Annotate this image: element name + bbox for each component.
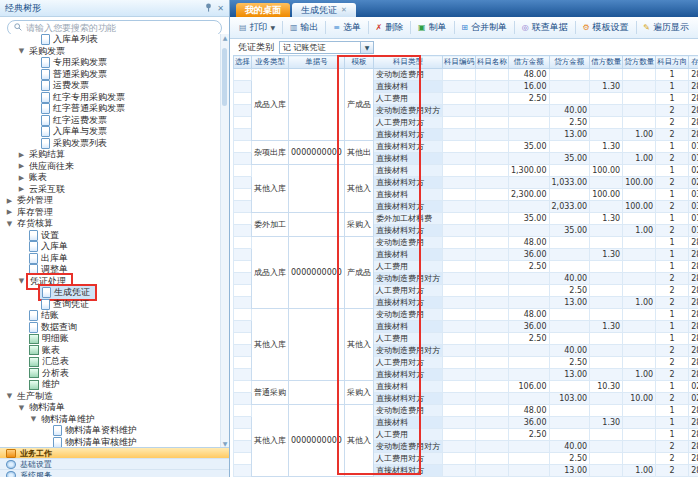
- sidebar-item-1[interactable]: ▼采购发票: [1, 46, 220, 58]
- row-select-cell[interactable]: [234, 261, 252, 273]
- row-select-cell[interactable]: [234, 333, 252, 345]
- tab-generate-voucher[interactable]: 生成凭证✕: [292, 3, 356, 17]
- scrollbar-thumb[interactable]: [222, 48, 227, 106]
- column-header-sel[interactable]: 选择: [234, 56, 252, 69]
- column-header-subject_code[interactable]: 科目编码: [442, 56, 475, 69]
- row-select-cell[interactable]: [234, 285, 252, 297]
- toolbar-button-5[interactable]: ⊞合并制单: [456, 20, 512, 35]
- switcher-item-2[interactable]: 系统服务: [0, 470, 229, 477]
- chevron-collapsed-icon[interactable]: ▶: [17, 151, 26, 159]
- row-select-cell[interactable]: [234, 93, 252, 105]
- sidebar-item-2[interactable]: 专用采购发票: [1, 57, 220, 69]
- chevron-expanded-icon[interactable]: ▼: [29, 415, 38, 423]
- report-icon: [29, 334, 39, 344]
- row-select-cell[interactable]: [234, 465, 252, 477]
- column-header-doc_no[interactable]: 单据号: [289, 56, 345, 69]
- row-select-cell[interactable]: [234, 165, 252, 177]
- row-select-cell[interactable]: [234, 213, 252, 225]
- column-header-credit_qty[interactable]: 贷方数量: [623, 56, 656, 69]
- switcher-item-1[interactable]: 基础设置: [0, 459, 229, 470]
- row-select-cell[interactable]: [234, 177, 252, 189]
- switcher-label: 基础设置: [20, 459, 52, 470]
- toolbar-button-4[interactable]: ▣制单: [413, 20, 452, 35]
- pin-icon[interactable]: [205, 3, 212, 14]
- tab-desktop[interactable]: 我的桌面: [236, 3, 290, 17]
- row-select-cell[interactable]: [234, 237, 252, 249]
- column-header-direction[interactable]: 科目方向: [656, 56, 689, 69]
- chevron-collapsed-icon[interactable]: ▶: [17, 162, 26, 170]
- row-select-cell[interactable]: [234, 429, 252, 441]
- sidebar-item-32[interactable]: ▼物料清单: [1, 402, 220, 414]
- column-header-debit_qty[interactable]: 借方数量: [590, 56, 623, 69]
- row-select-cell[interactable]: [234, 453, 252, 465]
- sidebar-scrollbar[interactable]: ▲ ▼: [220, 34, 229, 448]
- toolbar-button-3[interactable]: ✗删除: [371, 20, 409, 35]
- row-select-cell[interactable]: [234, 393, 252, 405]
- toolbar-button-7[interactable]: ⚙模板设置: [577, 20, 633, 35]
- row-select-cell[interactable]: [234, 405, 252, 417]
- row-select-cell[interactable]: [234, 129, 252, 141]
- debit-amount-cell: 36.00: [508, 321, 549, 333]
- inventory-code-cell: 287123: [689, 297, 698, 309]
- row-select-cell[interactable]: [234, 369, 252, 381]
- row-select-cell[interactable]: [234, 321, 252, 333]
- chevron-expanded-icon[interactable]: ▼: [17, 277, 26, 285]
- row-select-cell[interactable]: [234, 225, 252, 237]
- row-select-cell[interactable]: [234, 69, 252, 81]
- scroll-up-icon[interactable]: ▲: [221, 34, 229, 42]
- column-header-biz_type[interactable]: 业务类型: [252, 56, 289, 69]
- row-select-cell[interactable]: [234, 345, 252, 357]
- row-select-cell[interactable]: [234, 381, 252, 393]
- debit-qty-cell: 1.30: [590, 81, 623, 93]
- row-select-cell[interactable]: [234, 81, 252, 93]
- row-select-cell[interactable]: [234, 153, 252, 165]
- row-select-cell[interactable]: [234, 201, 252, 213]
- chevron-collapsed-icon[interactable]: ▶: [17, 185, 26, 193]
- chevron-collapsed-icon[interactable]: ▶: [17, 174, 26, 182]
- sidebar-item-6[interactable]: 红字普通采购发票: [1, 103, 220, 115]
- column-header-debit_amount[interactable]: 借方金额: [508, 56, 549, 69]
- chevron-expanded-icon[interactable]: ▼: [5, 392, 14, 400]
- sidebar-item-21[interactable]: ▼凭证处理: [1, 276, 220, 288]
- row-select-cell[interactable]: [234, 441, 252, 453]
- sidebar-item-8[interactable]: 入库单与发票: [1, 126, 220, 138]
- toolbar-button-6[interactable]: ◎联查单据: [517, 20, 573, 35]
- row-select-cell[interactable]: [234, 417, 252, 429]
- column-header-credit_amount[interactable]: 贷方金额: [549, 56, 590, 69]
- sidebar-item-7[interactable]: 红字运费发票: [1, 115, 220, 127]
- close-icon[interactable]: ✕: [217, 4, 224, 13]
- row-select-cell[interactable]: [234, 141, 252, 153]
- column-header-subject_name[interactable]: 科目名称: [475, 56, 508, 69]
- row-select-cell[interactable]: [234, 105, 252, 117]
- toolbar-button-0[interactable]: ▤打印▼: [234, 20, 280, 35]
- tab-close-icon[interactable]: ✕: [341, 6, 347, 14]
- row-select-cell[interactable]: [234, 249, 252, 261]
- row-select-cell[interactable]: [234, 189, 252, 201]
- debit-amount-cell: [508, 201, 549, 213]
- credit-qty-cell: 1.00: [623, 297, 656, 309]
- chevron-down-icon[interactable]: ▼: [271, 24, 276, 31]
- chevron-collapsed-icon[interactable]: ▶: [5, 197, 14, 205]
- switcher-item-0[interactable]: 业务工作: [0, 448, 229, 459]
- chevron-down-icon[interactable]: ▼: [360, 42, 373, 53]
- inventory-code-cell: 287123: [689, 105, 698, 117]
- toolbar-button-2[interactable]: ≡选单: [328, 20, 366, 35]
- row-select-cell[interactable]: [234, 297, 252, 309]
- voucher-category-select[interactable]: 记 记账凭证 ▼: [279, 41, 374, 54]
- row-select-cell[interactable]: [234, 273, 252, 285]
- sidebar-item-3[interactable]: 普通采购发票: [1, 69, 220, 81]
- row-select-cell[interactable]: [234, 117, 252, 129]
- toolbar-button-8[interactable]: ✎遍历显示: [638, 20, 694, 35]
- document-icon: [29, 230, 38, 241]
- chevron-expanded-icon[interactable]: ▼: [17, 404, 26, 412]
- column-header-template[interactable]: 模板: [344, 56, 373, 69]
- toolbar-button-1[interactable]: ▥输出: [285, 20, 324, 35]
- chevron-expanded-icon[interactable]: ▼: [17, 47, 26, 55]
- column-header-inv_code[interactable]: 存货编码: [689, 56, 698, 69]
- chevron-expanded-icon[interactable]: ▼: [5, 220, 14, 228]
- row-select-cell[interactable]: [234, 357, 252, 369]
- column-header-subject_type[interactable]: 科目类型: [373, 56, 442, 69]
- subject-name-cell: [475, 333, 508, 345]
- chevron-collapsed-icon[interactable]: ▶: [5, 208, 14, 216]
- row-select-cell[interactable]: [234, 309, 252, 321]
